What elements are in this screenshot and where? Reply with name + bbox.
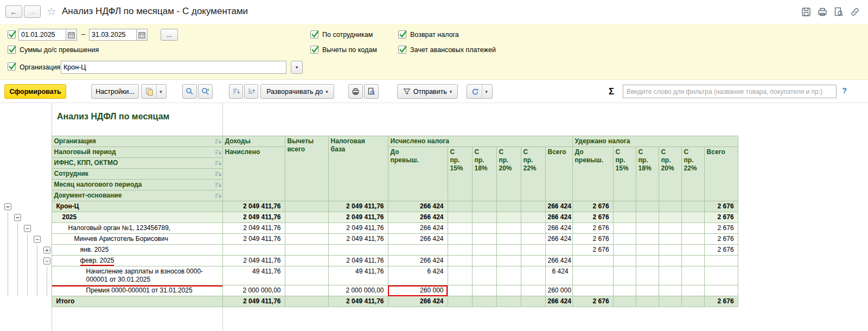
sort-icon[interactable] [215,160,221,169]
cell[interactable] [388,245,448,256]
cell[interactable] [613,234,636,245]
cell[interactable] [328,245,388,256]
expand-to-dropdown[interactable]: Разворачивать до▾ [260,84,334,99]
col-header-withheld-total[interactable]: Всего [704,147,738,201]
cell[interactable] [472,285,496,296]
cell[interactable] [448,201,472,212]
cell[interactable] [613,266,636,285]
cell[interactable] [496,212,521,223]
cell[interactable] [285,256,328,266]
organization-input[interactable] [61,61,286,74]
cell[interactable]: 2 676 [572,201,613,212]
cell[interactable]: 2 676 [572,223,613,234]
row-label[interactable]: янв. 2025 [52,245,222,256]
cell[interactable] [496,201,521,212]
cell[interactable] [521,223,545,234]
cell[interactable]: 2 676 [704,201,738,212]
cell[interactable] [704,266,738,285]
cell[interactable]: 2 676 [572,245,613,256]
row-label[interactable]: февр. 2025 [52,256,222,266]
cell[interactable] [521,245,545,256]
cell[interactable]: 2 049 411,76 [222,212,285,223]
col-header-accrued[interactable]: Начислено [222,147,285,201]
row-header-employee[interactable]: Сотрудник [52,169,222,180]
cell[interactable] [285,285,328,296]
sort-icon[interactable] [215,193,221,201]
cell[interactable]: 266 424 [388,201,448,212]
cell[interactable]: 6 424 [545,266,572,285]
favorite-star-icon[interactable]: ☆ [47,5,56,18]
cell[interactable] [285,266,328,285]
row-label[interactable]: Налоговый орган №1, 123456789, [52,223,222,234]
cell[interactable] [613,296,636,307]
cell[interactable]: 49 411,76 [222,266,285,285]
sort-icon[interactable] [215,138,221,147]
cell[interactable] [472,296,496,307]
cell[interactable] [521,201,545,212]
cell[interactable] [521,296,545,307]
cell[interactable] [448,234,472,245]
cell[interactable]: 2 049 411,76 [222,223,285,234]
cell[interactable] [681,296,704,307]
cell[interactable] [704,256,738,266]
cell[interactable] [613,212,636,223]
cell[interactable] [636,223,659,234]
sort-descending-button[interactable] [229,84,243,99]
cell[interactable] [659,201,681,212]
cell[interactable] [496,285,521,296]
cell[interactable] [285,234,328,245]
cell[interactable] [636,212,659,223]
col-header-withheld-15[interactable]: С пр. 15% [613,147,636,201]
cell[interactable] [613,256,636,266]
row-label[interactable]: Крон-Ц [52,201,222,212]
col-header-calc-18[interactable]: С пр. 18% [472,147,496,201]
quick-filter-input[interactable] [623,85,837,98]
cell[interactable] [681,201,704,212]
row-header-tax-period[interactable]: Налоговый период [52,147,222,158]
cell[interactable] [613,245,636,256]
col-header-incomes[interactable]: Доходы [222,136,285,147]
cell[interactable] [285,201,328,212]
cell[interactable]: 2 049 411,76 [222,256,285,266]
cell[interactable] [659,266,681,285]
cell[interactable] [496,223,521,234]
row-header-document[interactable]: Документ-основание [52,190,222,201]
col-header-calc-below-limit[interactable]: До превыш. [388,147,448,201]
search-button[interactable] [182,84,197,99]
cell[interactable] [448,296,472,307]
col-header-calc-22[interactable]: С пр. 22% [521,147,545,201]
cell[interactable]: 266 424 [545,201,572,212]
settings-button[interactable]: Настройки... [91,84,139,99]
sort-icon[interactable] [215,171,221,180]
cell[interactable]: 2 049 411,76 [328,256,388,266]
back-button[interactable]: ← [5,5,22,18]
cell[interactable] [636,201,659,212]
cell[interactable]: 260 000 [545,285,572,296]
row-header-month[interactable]: Месяц налогового периода [52,180,222,190]
cell[interactable]: 2 049 411,76 [222,234,285,245]
cell[interactable]: 266 424 [545,296,572,307]
cell[interactable]: 266 424 [388,212,448,223]
cell[interactable] [659,223,681,234]
cell[interactable] [521,256,545,266]
cell[interactable] [285,296,328,307]
cell[interactable] [472,256,496,266]
cell[interactable] [472,245,496,256]
cell[interactable]: 260 000 [388,285,448,296]
cell[interactable] [659,296,681,307]
cell[interactable] [681,212,704,223]
cell[interactable] [496,256,521,266]
cell[interactable] [636,296,659,307]
period-from-input[interactable] [18,29,66,41]
cell[interactable]: 2 676 [572,212,613,223]
cell[interactable]: 266 424 [545,212,572,223]
cell[interactable]: 2 049 411,76 [328,234,388,245]
cell[interactable] [472,201,496,212]
cell[interactable] [681,245,704,256]
collapse-button[interactable]: − [34,235,41,243]
sort-icon[interactable] [215,149,221,158]
organization-dropdown-button[interactable]: ▾ [291,61,303,74]
col-header-withheld-18[interactable]: С пр. 18% [636,147,659,201]
cell[interactable]: 266 424 [388,223,448,234]
cell[interactable] [496,296,521,307]
